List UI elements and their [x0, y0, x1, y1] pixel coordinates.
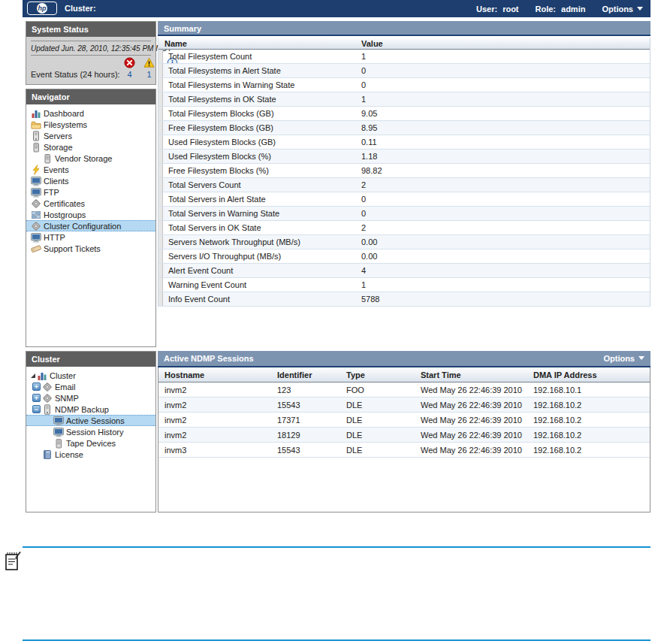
table-row: Total Filesystems in Warning State0: [158, 78, 650, 92]
summary-row-value: 0.11: [361, 138, 377, 147]
tree-item-label: Tape Devices: [66, 439, 116, 448]
ndmp-options-button[interactable]: Options: [603, 351, 644, 366]
sidebar-item-storage[interactable]: Storage: [26, 141, 155, 153]
summary-row-name: Free Filesystem Blocks (%): [163, 166, 361, 175]
sidebar-item-certificates[interactable]: Certificates: [26, 198, 155, 209]
ndmp-column-start-time[interactable]: Start Time: [421, 370, 533, 379]
ndmp-cell-type: DLE: [346, 446, 421, 455]
sidebar-item-events[interactable]: Events: [26, 164, 155, 175]
summary-row-value: 0: [361, 80, 366, 89]
monitor-icon: [31, 187, 41, 198]
ndmp-cell-identifier: 18129: [277, 431, 346, 440]
sidebar-item-clients[interactable]: Clients: [26, 175, 155, 186]
sidebar-item-label: Hostgroups: [44, 210, 86, 219]
table-row: Used Filesystem Blocks (%)1.18: [158, 150, 650, 164]
sidebar-item-label: Clients: [44, 177, 69, 186]
tree-item-tape-devices[interactable]: Tape Devices: [26, 437, 155, 449]
ndmp-column-identifier[interactable]: Identifier: [277, 370, 346, 379]
summary-row-name: Total Servers in Warning State: [163, 209, 361, 218]
summary-row-value: 9.05: [361, 109, 377, 118]
collapse-minus-icon[interactable]: −: [32, 405, 41, 413]
sidebar-item-support-tickets[interactable]: Support Tickets: [26, 243, 155, 254]
alert-count-link[interactable]: 4: [120, 70, 140, 79]
user-label: User:: [476, 5, 497, 14]
summary-row-value: 2: [361, 180, 366, 189]
ndmp-cell-dma-ip-address: 192.168.10.2: [533, 431, 650, 440]
table-row: Servers I/O Throughput (MB/s)0.00: [158, 249, 650, 264]
expand-plus-icon[interactable]: +: [32, 382, 41, 391]
tree-item-ndmp-backup[interactable]: −NDMP Backup: [26, 404, 155, 415]
event-status-label: Event Status (24 hours):: [31, 70, 120, 79]
table-row[interactable]: invm315543DLEWed May 26 22:46:39 2010192…: [158, 443, 650, 458]
summary-row-value: 2: [361, 223, 366, 232]
ndmp-cell-type: DLE: [346, 401, 421, 410]
table-row: Total Filesystems in Alert State0: [158, 64, 650, 78]
sidebar-item-servers[interactable]: Servers: [26, 130, 155, 141]
table-row: Warning Event Count1: [158, 278, 650, 292]
ndmp-cell-type: DLE: [346, 431, 421, 440]
warning-count-link[interactable]: 1: [140, 70, 159, 79]
tree-item-cluster[interactable]: Cluster: [26, 370, 155, 381]
expand-arrow-icon[interactable]: [29, 372, 37, 379]
sidebar-item-ftp[interactable]: FTP: [26, 186, 155, 198]
summary-row-value: 0: [361, 195, 366, 204]
ndmp-column-dma-ip-address[interactable]: DMA IP Address: [533, 370, 650, 379]
ndmp-cell-identifier: 123: [277, 385, 346, 395]
page: hp Cluster: User: root Role: admin Optio…: [0, 0, 658, 644]
ndmp-cell-type: DLE: [346, 416, 421, 425]
summary-row-value: 0.00: [361, 252, 377, 261]
summary-row-name: Alert Event Count: [163, 266, 361, 275]
summary-column-value[interactable]: Value: [361, 39, 383, 48]
sidebar-item-dashboard[interactable]: Dashboard: [26, 107, 155, 119]
tree-item-label: License: [55, 450, 83, 459]
summary-row-name: Servers Network Throughput (MB/s): [163, 237, 361, 246]
table-row: Total Filesystem Blocks (GB)9.05: [158, 107, 650, 121]
sidebar-item-hostgroups[interactable]: Hostgroups: [26, 209, 155, 220]
table-row: Total Servers in Alert State0: [158, 192, 650, 207]
table-row: Total Servers in Warning State0: [158, 207, 650, 221]
sidebar-item-label: Dashboard: [44, 109, 84, 118]
tree-item-snmp[interactable]: +SNMP: [26, 392, 155, 404]
table-row: Total Filesystem Count1: [158, 50, 650, 64]
chevron-down-icon: [638, 356, 644, 360]
ndmp-cell-identifier: 15543: [277, 401, 346, 410]
ndmp-column-hostname[interactable]: Hostname: [164, 370, 277, 379]
sidebar-item-filesystems[interactable]: Filesystems: [26, 119, 155, 130]
table-row[interactable]: invm2123FOOWed May 26 22:46:39 2010192.1…: [158, 382, 650, 398]
summary-row-value: 0: [361, 66, 366, 75]
summary-column-name[interactable]: Name: [164, 39, 361, 48]
summary-row-value: 1: [361, 52, 366, 61]
ndmp-cell-identifier: 15543: [277, 446, 346, 455]
ndmp-cell-dma-ip-address: 192.168.10.2: [533, 401, 650, 410]
tree-item-active-sessions[interactable]: Active Sessions: [26, 415, 155, 426]
topbar-options-button[interactable]: Options: [602, 5, 643, 14]
tree-item-label: Session History: [66, 428, 123, 437]
tree-item-label: Active Sessions: [66, 416, 125, 425]
top-bar: hp Cluster: User: root Role: admin Optio…: [23, 0, 650, 17]
sidebar-item-label: Filesystems: [44, 120, 87, 129]
ndmp-cell-start-time: Wed May 26 22:46:39 2010: [421, 416, 533, 425]
table-row[interactable]: invm218129DLEWed May 26 22:46:39 2010192…: [158, 428, 650, 443]
tree-item-email[interactable]: +Email: [26, 381, 155, 392]
expand-plus-icon[interactable]: +: [32, 394, 41, 402]
table-row[interactable]: invm217371DLEWed May 26 22:46:39 2010192…: [158, 413, 650, 428]
summary-row-value: 0: [361, 209, 366, 218]
gear-icon: [31, 198, 41, 209]
ndmp-cell-type: FOO: [346, 385, 421, 395]
tree-item-license[interactable]: License: [26, 449, 155, 460]
sidebar-item-cluster-configuration[interactable]: Cluster Configuration: [26, 220, 155, 231]
ndmp-cell-dma-ip-address: 192.168.10.2: [533, 416, 650, 425]
table-row: Info Event Count5788: [158, 292, 650, 307]
sidebar-item-http[interactable]: HTTP: [26, 231, 155, 243]
role-label: Role:: [536, 5, 557, 14]
ndmp-cell-hostname: invm2: [164, 431, 277, 440]
ndmp-column-type[interactable]: Type: [346, 370, 421, 379]
table-row[interactable]: invm215543DLEWed May 26 22:46:39 2010192…: [158, 398, 650, 413]
server-icon: [31, 131, 41, 141]
status-updated-text: Updated Jun. 28, 2010, 12:35:45 PM MDT: [31, 43, 151, 53]
storage-icon: [53, 438, 64, 449]
sidebar-item-vendor-storage[interactable]: Vendor Storage: [26, 153, 155, 164]
tree-item-session-history[interactable]: Session History: [26, 426, 155, 437]
table-row: Servers Network Throughput (MB/s)0.00: [158, 235, 650, 249]
chart-icon: [31, 108, 41, 119]
